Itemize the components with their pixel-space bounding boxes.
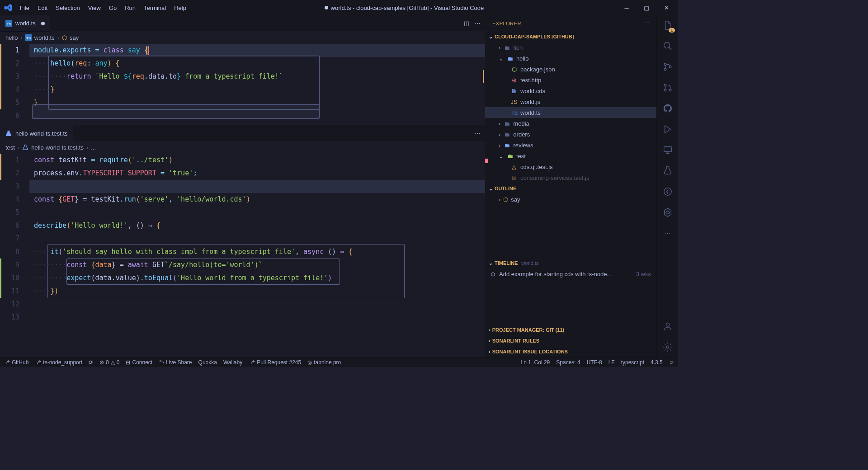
tree-file-worldjs[interactable]: JSworld.js xyxy=(485,96,656,107)
tab-hello-test[interactable]: hello-world-ts.test.ts xyxy=(0,125,73,141)
menu-view[interactable]: View xyxy=(85,3,104,13)
tree-file-worldts[interactable]: TSworld.ts xyxy=(485,107,656,118)
status-encoding[interactable]: UTF-8 xyxy=(587,359,602,366)
menu-run[interactable]: Run xyxy=(121,3,139,13)
editor1-code[interactable]: 123456 module.exports = class say { ····… xyxy=(0,44,485,125)
breadcrumb-symbol[interactable]: say xyxy=(70,34,79,41)
hexagon-icon[interactable] xyxy=(661,206,674,219)
tree-folder-fiori[interactable]: ›🖿fiori xyxy=(485,42,656,53)
test-icon xyxy=(5,130,12,136)
status-quokka[interactable]: Quokka xyxy=(198,359,217,366)
status-tabnine[interactable]: ◎tabnine pro xyxy=(307,359,341,366)
pr-icon: ⎇ xyxy=(249,359,255,366)
menu-terminal[interactable]: Terminal xyxy=(140,3,170,13)
section-timeline[interactable]: ⌄ TIMELINE world.ts xyxy=(485,258,656,268)
tree-file-package[interactable]: ⬡package.json xyxy=(485,64,656,75)
testing-icon[interactable] xyxy=(661,164,674,177)
close-button[interactable]: ✕ xyxy=(658,2,675,14)
section-sonarlint-issues[interactable]: ›SONARLINT ISSUE LOCATIONS xyxy=(485,346,656,357)
minimize-button[interactable]: ─ xyxy=(618,2,635,14)
settings-icon[interactable] xyxy=(661,341,674,353)
section-workspace[interactable]: ⌄ CLOUD-CAP-SAMPLES [GITHUB] xyxy=(485,31,656,42)
more-actions-icon[interactable]: ⋯ xyxy=(475,130,481,136)
chevron-right-icon: › xyxy=(499,142,500,149)
section-outline[interactable]: ⌄ OUTLINE xyxy=(485,183,656,194)
branch-icon: ⎇ xyxy=(4,359,10,366)
nodejs-icon: ⬡ xyxy=(510,66,518,73)
status-position[interactable]: Ln 1, Col 29 xyxy=(521,359,550,366)
github-icon[interactable] xyxy=(661,102,674,115)
more-actions-icon[interactable]: ⋯ xyxy=(475,20,481,27)
menu-file[interactable]: File xyxy=(16,3,33,13)
breadcrumb-file[interactable]: hello-world-ts.test.ts xyxy=(31,144,84,151)
more-icon[interactable]: ⋯ xyxy=(661,227,674,240)
svg-text:TS: TS xyxy=(26,36,31,40)
status-wallaby[interactable]: Wallaby xyxy=(223,359,242,366)
breadcrumb2[interactable]: test › hello-world-ts.test.ts › ... xyxy=(0,141,485,154)
chevron-down-icon: ⌄ xyxy=(499,55,504,62)
run-debug-icon[interactable] xyxy=(661,123,674,136)
status-spaces[interactable]: Spaces: 4 xyxy=(556,359,580,366)
more-actions-icon[interactable]: ⋯ xyxy=(644,20,650,26)
source-control-icon[interactable] xyxy=(661,61,674,73)
tree-folder-test[interactable]: ⌄🖿test xyxy=(485,150,656,161)
outline-item-say[interactable]: ›⬡say xyxy=(485,194,656,205)
svg-point-10 xyxy=(669,89,671,91)
connect-icon: ⊟ xyxy=(126,359,130,366)
chevron-down-icon: ⌄ xyxy=(489,260,493,266)
breadcrumb-more[interactable]: ... xyxy=(91,144,96,151)
tree-file-cdsql[interactable]: △cds.ql.test.js xyxy=(485,161,656,172)
chevron-right-icon: › xyxy=(18,144,19,151)
status-sync[interactable]: ⟳ xyxy=(89,359,93,366)
vscode-icon xyxy=(4,3,13,12)
branch-icon: ⎇ xyxy=(35,359,41,366)
breadcrumb-folder[interactable]: hello xyxy=(5,34,18,41)
bolt-icon[interactable] xyxy=(661,185,674,198)
tree-folder-hello[interactable]: ⌄🖿hello xyxy=(485,53,656,64)
status-pr[interactable]: ⎇Pull Request #245 xyxy=(249,359,301,366)
section-sonarlint-rules[interactable]: ›SONARLINT RULES xyxy=(485,335,656,346)
warning-icon: △ xyxy=(111,359,115,366)
status-connect[interactable]: ⊟Connect xyxy=(126,359,152,366)
pull-request-icon[interactable] xyxy=(661,81,674,94)
search-icon[interactable] xyxy=(661,40,674,52)
status-github[interactable]: ⎇GitHub xyxy=(4,359,28,366)
tab-label: world.ts xyxy=(15,20,36,27)
status-ver[interactable]: 4.3.5 xyxy=(651,359,663,366)
maximize-button[interactable]: ▢ xyxy=(638,2,655,14)
javascript-icon: JS xyxy=(510,99,518,105)
breadcrumb-file[interactable]: world.ts xyxy=(34,34,55,41)
remote-icon[interactable] xyxy=(661,144,674,156)
breadcrumb-folder[interactable]: test xyxy=(5,144,15,151)
status-eol[interactable]: LF xyxy=(609,359,615,366)
editor2-code[interactable]: 12345678910111213 const testKit = requir… xyxy=(0,154,485,357)
menu-help[interactable]: Help xyxy=(170,3,190,13)
menu-edit[interactable]: Edit xyxy=(34,3,51,13)
tab-world-ts[interactable]: TS world.ts xyxy=(0,15,50,31)
status-lang[interactable]: typescript xyxy=(621,359,644,366)
svg-point-5 xyxy=(664,63,666,66)
tree-file-consuming[interactable]: 🗎consuming-services.test.js xyxy=(485,172,656,183)
split-editor-icon[interactable]: ◫ xyxy=(464,20,469,27)
menu-selection[interactable]: Selection xyxy=(52,3,83,13)
section-project-manager[interactable]: ›PROJECT MANAGER: GIT (11) xyxy=(485,324,656,335)
tree-folder-media[interactable]: ›🖿media xyxy=(485,118,656,129)
badge: 1 xyxy=(669,28,675,33)
test-icon xyxy=(22,144,28,150)
file-icon: 🗎 xyxy=(510,174,518,181)
account-icon[interactable] xyxy=(661,320,674,333)
breadcrumb[interactable]: hello › TS world.ts › ⬡ say xyxy=(0,31,485,44)
timeline-item[interactable]: ⊙ Add example for starting cds with ts-n… xyxy=(485,268,656,279)
status-problems[interactable]: ⊗0△0 xyxy=(99,359,119,366)
tree-folder-orders[interactable]: ›🖿orders xyxy=(485,129,656,140)
status-liveshare[interactable]: ⮌Live Share xyxy=(159,359,192,366)
status-feedback[interactable]: ☺ xyxy=(669,359,675,366)
tree-file-worldcds[interactable]: 🗎world.cds xyxy=(485,85,656,96)
status-branch[interactable]: ⎇ts-node_support xyxy=(35,359,82,366)
svg-point-8 xyxy=(664,84,666,86)
tree-file-testhttp[interactable]: ⊕test.http xyxy=(485,75,656,85)
explorer-icon[interactable]: 1 xyxy=(661,19,674,32)
menu-go[interactable]: Go xyxy=(105,3,120,13)
tree-folder-reviews[interactable]: ›🖿reviews xyxy=(485,140,656,150)
class-icon: ⬡ xyxy=(62,34,67,41)
